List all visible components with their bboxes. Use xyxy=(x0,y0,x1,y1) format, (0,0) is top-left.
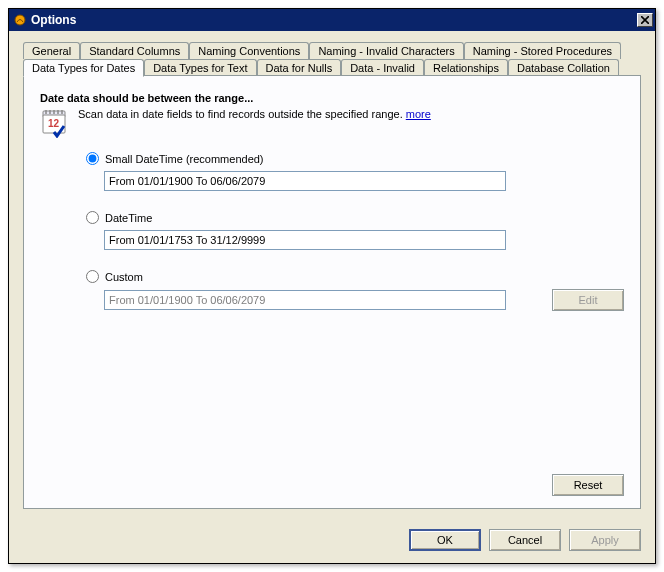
tab-data-for-nulls[interactable]: Data for Nulls xyxy=(257,59,342,76)
panel-bottom: Reset xyxy=(40,466,624,496)
radio-small-datetime-label: Small DateTime (recommended) xyxy=(105,153,264,165)
option-datetime: DateTime xyxy=(86,211,624,250)
content-area: General Standard Columns Naming Conventi… xyxy=(9,31,655,519)
radio-small-datetime-input[interactable] xyxy=(86,152,99,165)
radio-datetime-input[interactable] xyxy=(86,211,99,224)
svg-text:12: 12 xyxy=(48,118,60,129)
description-text: Scan data in date fields to find records… xyxy=(78,108,431,120)
tab-database-collation[interactable]: Database Collation xyxy=(508,59,619,76)
tab-general[interactable]: General xyxy=(23,42,80,59)
tab-naming-invalid-chars[interactable]: Naming - Invalid Characters xyxy=(309,42,463,59)
tab-data-types-text[interactable]: Data Types for Text xyxy=(144,59,256,76)
option-small-datetime: Small DateTime (recommended) xyxy=(86,152,624,191)
cancel-button[interactable]: Cancel xyxy=(489,529,561,551)
calendar-icon: 12 xyxy=(40,108,70,138)
app-icon xyxy=(13,13,27,27)
tab-data-types-dates[interactable]: Data Types for Dates xyxy=(23,59,144,77)
tab-naming-conventions[interactable]: Naming Conventions xyxy=(189,42,309,59)
tab-row-2: Data Types for Dates Data Types for Text… xyxy=(23,58,641,75)
more-link[interactable]: more xyxy=(406,108,431,120)
close-button[interactable] xyxy=(637,13,653,27)
small-datetime-value xyxy=(104,171,506,191)
dialog-button-row: OK Cancel Apply xyxy=(9,519,655,563)
edit-button[interactable]: Edit xyxy=(552,289,624,311)
description-row: 12 Scan data in date fields to find reco… xyxy=(40,108,624,138)
tab-panel: Date data should be between the range...… xyxy=(23,75,641,509)
titlebar: Options xyxy=(9,9,655,31)
tab-data-invalid[interactable]: Data - Invalid xyxy=(341,59,424,76)
option-custom: Custom Edit xyxy=(86,270,624,311)
reset-button[interactable]: Reset xyxy=(552,474,624,496)
radio-custom-input[interactable] xyxy=(86,270,99,283)
radio-custom-label: Custom xyxy=(105,271,143,283)
ok-button[interactable]: OK xyxy=(409,529,481,551)
tab-relationships[interactable]: Relationships xyxy=(424,59,508,76)
datetime-value xyxy=(104,230,506,250)
radio-small-datetime[interactable]: Small DateTime (recommended) xyxy=(86,152,624,165)
tab-naming-stored-procs[interactable]: Naming - Stored Procedures xyxy=(464,42,621,59)
radio-datetime[interactable]: DateTime xyxy=(86,211,624,224)
radio-datetime-label: DateTime xyxy=(105,212,152,224)
custom-value xyxy=(104,290,506,310)
radio-custom[interactable]: Custom xyxy=(86,270,624,283)
tab-row-1: General Standard Columns Naming Conventi… xyxy=(23,41,641,58)
apply-button[interactable]: Apply xyxy=(569,529,641,551)
options-dialog: Options General Standard Columns Naming … xyxy=(8,8,656,564)
description-label: Scan data in date fields to find records… xyxy=(78,108,406,120)
tab-standard-columns[interactable]: Standard Columns xyxy=(80,42,189,59)
window-title: Options xyxy=(31,13,637,27)
page-heading: Date data should be between the range... xyxy=(40,92,624,104)
